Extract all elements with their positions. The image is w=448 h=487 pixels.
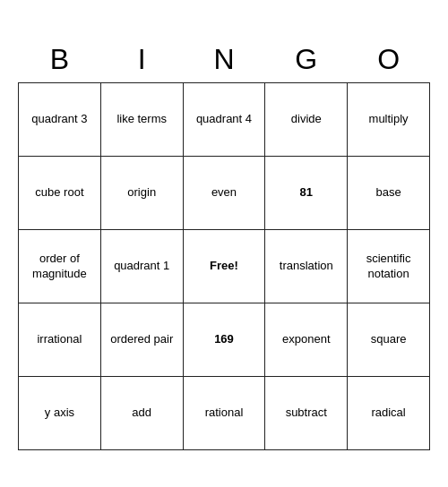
bingo-card: BINGO quadrant 3like termsquadrant 4divi… xyxy=(18,37,430,451)
bingo-cell: radical xyxy=(348,377,430,450)
header-letter: B xyxy=(19,37,101,83)
bingo-row: cube rootorigineven81base xyxy=(19,157,430,230)
bingo-cell: order of magnitude xyxy=(19,230,101,303)
bingo-cell: irrational xyxy=(19,303,101,377)
bingo-cell: translation xyxy=(265,230,348,303)
bingo-cell: quadrant 1 xyxy=(100,230,183,303)
bingo-cell: origin xyxy=(100,157,183,230)
bingo-cell: scientific notation xyxy=(348,230,430,303)
bingo-cell: rational xyxy=(183,377,265,450)
bingo-cell: square xyxy=(348,303,430,377)
bingo-row: y axisaddrationalsubtractradical xyxy=(19,377,430,450)
bingo-cell: like terms xyxy=(100,83,183,157)
bingo-cell: 81 xyxy=(265,157,348,230)
bingo-cell: divide xyxy=(265,83,348,157)
header-row: BINGO xyxy=(19,37,430,83)
bingo-row: irrationalordered pair169exponentsquare xyxy=(19,303,430,377)
header-letter: O xyxy=(348,37,430,83)
bingo-cell: quadrant 3 xyxy=(19,83,101,157)
bingo-cell: y axis xyxy=(19,377,101,450)
bingo-cell: even xyxy=(183,157,265,230)
header-letter: G xyxy=(265,37,348,83)
bingo-row: order of magnitudequadrant 1Free!transla… xyxy=(19,230,430,303)
header-letter: N xyxy=(183,37,265,83)
bingo-cell: multiply xyxy=(348,83,430,157)
bingo-cell: base xyxy=(348,157,430,230)
bingo-cell: add xyxy=(100,377,183,450)
bingo-cell: Free! xyxy=(183,230,265,303)
bingo-cell: cube root xyxy=(19,157,101,230)
bingo-cell: subtract xyxy=(265,377,348,450)
bingo-cell: 169 xyxy=(183,303,265,377)
bingo-cell: quadrant 4 xyxy=(183,83,265,157)
bingo-row: quadrant 3like termsquadrant 4dividemult… xyxy=(19,83,430,157)
header-letter: I xyxy=(100,37,183,83)
bingo-cell: exponent xyxy=(265,303,348,377)
bingo-cell: ordered pair xyxy=(100,303,183,377)
